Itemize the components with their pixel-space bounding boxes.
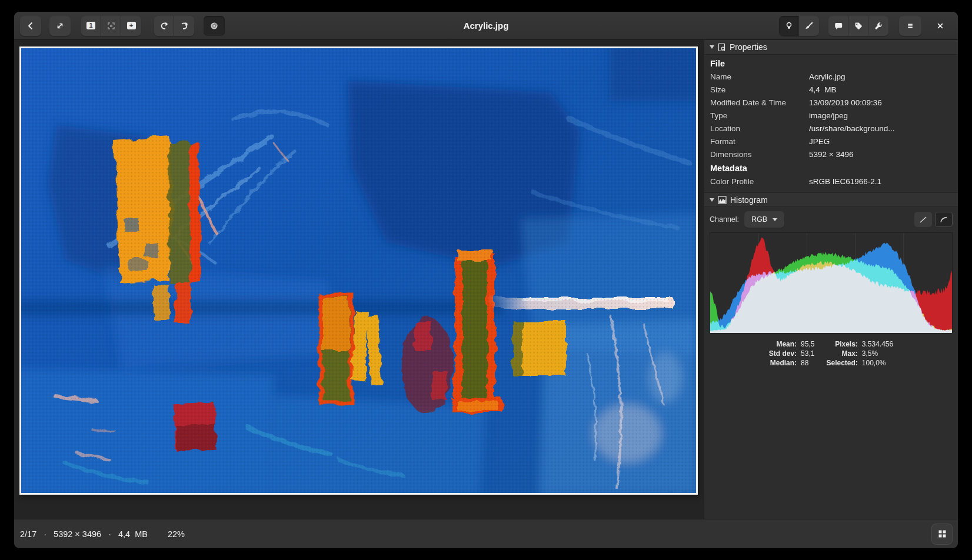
metadata-button-group (828, 16, 888, 36)
close-icon (936, 21, 945, 31)
zoom-fit-button[interactable] (101, 16, 121, 36)
expander-arrow-icon (710, 198, 714, 202)
stat-value: 53,1 (801, 349, 814, 358)
zoom-in-icon: + (127, 22, 136, 29)
stat-label: Median: (769, 359, 797, 367)
property-value: 4,4 MB (809, 85, 952, 94)
scale-toggle-group (914, 212, 953, 227)
file-size: 4,4 MB (118, 529, 148, 539)
stat-label: Std dev: (769, 349, 797, 358)
property-row: Modified Date & Time13/09/2019 00:09:36 (710, 96, 952, 109)
separator-dot: · (108, 529, 111, 539)
zoom-100-icon: 1 (86, 22, 95, 29)
main-content: Properties FileNameAcrylic.jpgSize4,4 MB… (14, 40, 958, 519)
properties-expander[interactable]: Properties (704, 40, 958, 55)
comment-button[interactable] (828, 16, 848, 36)
stat-label: Pixels: (826, 340, 857, 348)
property-value: JPEG (809, 137, 952, 146)
image-frame (19, 46, 698, 495)
zoom-button-group: 1 + (81, 16, 141, 36)
wrench-icon (874, 21, 883, 31)
edit-tools-button[interactable] (799, 16, 819, 36)
histogram-icon (718, 196, 727, 204)
property-label: Format (710, 137, 809, 146)
app-window: 1 + (14, 12, 958, 548)
stats-column-right: Pixels:3.534.456Max:3,5%Selected:100,0% (826, 340, 893, 367)
linear-scale-button[interactable] (914, 212, 932, 227)
tools-button[interactable] (868, 16, 888, 36)
close-button[interactable] (930, 16, 951, 36)
image-viewer (14, 40, 704, 519)
grid-icon (937, 529, 947, 539)
property-row: Color ProfilesRGB IEC61966-2.1 (710, 175, 952, 188)
browser-view-button[interactable] (932, 524, 952, 544)
adjust-colors-button[interactable] (204, 16, 225, 36)
property-value: 13/09/2019 00:09:36 (809, 98, 952, 107)
tag-icon (854, 21, 863, 31)
zoom-level: 22% (168, 529, 185, 539)
linear-scale-icon (918, 215, 928, 224)
property-row: NameAcrylic.jpg (710, 70, 952, 83)
channel-label: Channel: (710, 215, 739, 224)
section-heading: Metadata (710, 161, 952, 175)
channel-value: RGB (751, 215, 767, 224)
separator-dot: · (44, 529, 46, 539)
histogram-stats: Mean:95,5Std dev:53,1Median:88 Pixels:3.… (704, 338, 958, 369)
fullscreen-button[interactable] (49, 16, 71, 36)
histogram-expander[interactable]: Histogram (704, 192, 958, 207)
log-scale-icon (939, 215, 948, 224)
headerbar: 1 + (14, 12, 958, 40)
stat-value: 3.534.456 (862, 340, 893, 348)
zoom-fit-icon (106, 21, 116, 31)
stat-value: 3,5% (862, 349, 893, 358)
channel-dropdown[interactable]: RGB (744, 211, 784, 228)
zoom-in-button[interactable]: + (121, 16, 141, 36)
chevron-down-icon (773, 218, 777, 221)
lightbulb-icon (784, 21, 794, 31)
sidebar: Properties FileNameAcrylic.jpgSize4,4 MB… (704, 40, 958, 519)
expander-arrow-icon (710, 45, 714, 49)
property-label: Modified Date & Time (710, 98, 809, 107)
property-value: image/jpeg (809, 111, 952, 120)
properties-icon (718, 43, 726, 52)
property-label: Color Profile (710, 177, 809, 186)
painting-image (21, 48, 696, 493)
property-label: Location (710, 124, 809, 133)
stat-label: Selected: (826, 359, 857, 367)
zoom-original-button[interactable]: 1 (81, 16, 101, 36)
menu-button[interactable] (899, 16, 921, 36)
section-heading: File (710, 56, 952, 70)
log-scale-button[interactable] (935, 212, 953, 227)
rotate-left-button[interactable] (154, 16, 174, 36)
statusbar: 2/17 · 5392 × 3496 · 4,4 MB 22% (14, 519, 958, 548)
stat-value: 100,0% (862, 359, 893, 367)
rotate-right-icon (179, 21, 189, 31)
property-label: Type (710, 111, 809, 120)
lightbulb-toggle-button[interactable] (779, 16, 799, 36)
property-row: Dimensions5392 × 3496 (710, 148, 952, 161)
property-value: sRGB IEC61966-2.1 (809, 177, 952, 186)
property-row: Typeimage/jpeg (710, 109, 952, 122)
histogram-controls: Channel: RGB (704, 207, 958, 231)
rotate-right-button[interactable] (174, 16, 194, 36)
property-row: Size4,4 MB (710, 83, 952, 96)
stat-label: Max: (826, 349, 857, 358)
property-label: Dimensions (710, 150, 809, 159)
property-label: Name (710, 72, 809, 81)
color-disc-icon (209, 21, 219, 31)
property-value: Acrylic.jpg (809, 72, 952, 81)
rotate-button-group (154, 16, 194, 36)
property-row: Location/usr/share/background... (710, 122, 952, 135)
stat-value: 95,5 (801, 340, 814, 348)
property-value: /usr/share/background... (809, 124, 952, 133)
brush-icon (804, 21, 814, 31)
view-mode-group (779, 16, 819, 36)
tags-button[interactable] (848, 16, 868, 36)
property-row: FormatJPEG (710, 135, 952, 148)
back-button[interactable] (20, 16, 41, 36)
histogram-plot (710, 233, 952, 333)
window-title: Acrylic.jpg (464, 21, 509, 31)
properties-title: Properties (730, 42, 767, 52)
histogram-title: Histogram (730, 195, 768, 205)
property-value: 5392 × 3496 (809, 150, 952, 159)
